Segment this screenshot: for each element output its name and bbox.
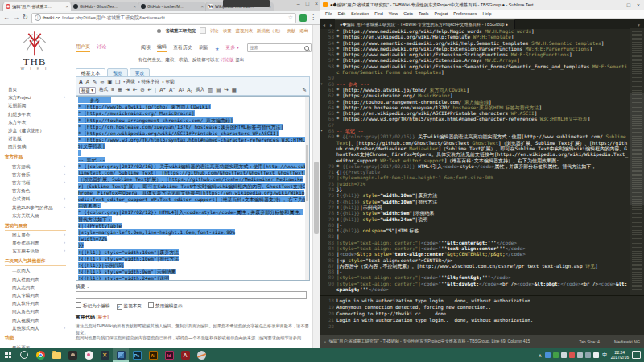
superscript-icon[interactable]: A¹ xyxy=(179,88,184,93)
scrollbar-thumb[interactable] xyxy=(314,162,319,234)
page-action-tab[interactable]: 刷新 xyxy=(199,44,208,52)
sidebar-item[interactable]: 其他ZUN参与的作品› xyxy=(0,204,69,212)
small-text-icon[interactable]: A⁻ xyxy=(169,88,175,93)
menu-item[interactable]: Goto xyxy=(403,11,413,16)
tray-icon[interactable] xyxy=(553,352,559,358)
embed-image-icon[interactable]: ▣ xyxy=(107,80,112,85)
special-chars-dropdown[interactable]: ▸ 特殊字符 xyxy=(138,79,159,85)
edit-pencil-icon[interactable]: ✎ xyxy=(303,88,307,93)
start-button[interactable] xyxy=(0,348,16,362)
bookmark-star-icon[interactable]: ☆ xyxy=(288,14,293,21)
reload-icon[interactable]: ↻ xyxy=(23,14,28,21)
menu-item[interactable]: Tools xyxy=(419,11,429,16)
sidebar-item[interactable]: 公式资料› xyxy=(0,195,69,204)
menu-item[interactable]: View xyxy=(389,11,398,16)
ime-indicator[interactable]: 中 xyxy=(602,352,608,359)
minimize-icon[interactable]: – xyxy=(297,1,300,6)
cortana-icon[interactable] xyxy=(16,348,32,362)
sidebar-item[interactable]: 官方角色 xyxy=(0,187,69,195)
tray-icon[interactable] xyxy=(561,352,567,358)
nowiki-icon[interactable]: ⊘ xyxy=(140,88,144,93)
picture-icon[interactable]: ▥ xyxy=(208,88,213,93)
outdent-icon[interactable]: ⇤ xyxy=(133,88,137,93)
photoshop-icon[interactable]: Ps xyxy=(129,348,145,362)
fold-arrow-icon[interactable]: ▾ xyxy=(320,81,323,87)
thbwiki-logo[interactable]: THB W I K I xyxy=(0,25,69,86)
close-icon[interactable]: × xyxy=(637,2,640,8)
newline-icon[interactable]: ↵ xyxy=(148,88,152,93)
menu-item[interactable]: File xyxy=(325,11,332,16)
sidebar-item[interactable]: 首页 xyxy=(0,86,69,94)
menu-item[interactable]: Edit xyxy=(338,11,345,16)
tray-icon[interactable] xyxy=(569,352,575,358)
tab-close-icon[interactable]: × xyxy=(133,4,136,9)
sidebar-item[interactable]: 东方Project› xyxy=(0,94,69,102)
address-bar[interactable]: i thwiki.cc /index.php?title=用户:省城重工研究院&… xyxy=(31,13,296,23)
edit-tab[interactable]: 预览 xyxy=(107,68,128,76)
edit-option-checkbox[interactable]: ✓监视本页 xyxy=(117,303,142,310)
page-tab[interactable]: 用户页 xyxy=(76,43,90,52)
media-icon[interactable]: ▤ xyxy=(216,88,221,93)
close-icon[interactable]: × xyxy=(315,1,318,6)
search-icon[interactable] xyxy=(304,46,309,51)
illustrator-icon[interactable]: Ai xyxy=(145,348,161,362)
sidebar-item[interactable]: 图片投稿 xyxy=(0,143,69,151)
bullet-list-icon[interactable]: ≡ xyxy=(111,88,114,93)
edit-option-checkbox[interactable]: 标记为小编辑 xyxy=(76,302,110,310)
subscript-icon[interactable]: A₁ xyxy=(187,88,192,93)
extension-icon[interactable] xyxy=(299,14,307,22)
textarea-scrollbar[interactable] xyxy=(305,97,309,280)
sidebar-item[interactable]: 同人展会› xyxy=(0,232,69,240)
page-tab[interactable]: 讨论 xyxy=(97,43,106,52)
x-app-icon[interactable]: ✕ xyxy=(97,348,113,362)
action-center-icon[interactable] xyxy=(632,351,641,359)
sidebar-item[interactable]: 同人软件列表 xyxy=(0,300,69,308)
menu-item[interactable]: Help xyxy=(482,11,491,16)
sidebar-item[interactable]: 同人社团列表 xyxy=(0,276,69,284)
wikitext-textarea[interactable]: --- 参考 ---* [http://www16.atwiki.jp/toho… xyxy=(76,96,310,281)
back-icon[interactable]: ← xyxy=(3,14,10,21)
sidebar-item[interactable]: 近期新闻 xyxy=(0,102,69,110)
summary-input[interactable] xyxy=(76,291,307,299)
page-action-tab[interactable]: 阅读 xyxy=(141,44,151,52)
tab-close-icon[interactable]: × xyxy=(65,4,68,9)
sidebar-item[interactable]: 东方相关活动› xyxy=(0,248,69,256)
sidebar-item[interactable]: 官方游戏› xyxy=(0,163,69,171)
tray-icon[interactable] xyxy=(545,352,551,358)
menu-item[interactable]: Find xyxy=(374,11,383,16)
chrome-tab[interactable]: 编辑“用户:省城重工…× xyxy=(2,2,71,11)
sidebar-item[interactable]: 东方年表 xyxy=(0,119,69,127)
sublime-editor[interactable]: 52* [https://www.mediawiki.org/wiki/Help… xyxy=(320,28,644,295)
status-syntax[interactable]: Mediawiki NG xyxy=(614,339,640,344)
maximize-icon[interactable]: □ xyxy=(627,2,630,8)
page-action-tab[interactable]: 更多 ▾ xyxy=(225,44,239,52)
edit-tab[interactable]: 更改 xyxy=(130,68,151,76)
maximize-icon[interactable]: □ xyxy=(306,1,309,6)
planet-app-icon[interactable] xyxy=(193,348,209,362)
tray-icon[interactable] xyxy=(577,352,583,358)
status-icon[interactable]: ▫ xyxy=(324,339,326,344)
checkbox-icon[interactable] xyxy=(76,302,81,308)
acrobat-icon[interactable]: A xyxy=(177,348,193,362)
italic-icon[interactable]: A xyxy=(86,80,89,85)
forward-icon[interactable]: → xyxy=(13,14,19,21)
reference-icon[interactable]: ❒ xyxy=(115,80,120,85)
advanced-dropdown[interactable]: ▾ 高级 xyxy=(123,79,135,85)
menu-item[interactable]: Selection xyxy=(351,11,369,16)
sidebar-item[interactable]: 东方关联人物 xyxy=(0,212,69,220)
bold-icon[interactable]: A xyxy=(79,80,83,85)
page-action-tab[interactable]: ★ xyxy=(215,46,219,52)
status-tab-size[interactable]: Tab Size: 4 xyxy=(579,339,600,344)
fold-arrow-icon[interactable]: ▾ xyxy=(320,128,323,134)
browser-menu-icon[interactable]: ⋮ xyxy=(310,14,316,21)
sidebar-item[interactable]: 二次同人 xyxy=(0,267,69,275)
sidebar-item[interactable]: 讨论版 xyxy=(0,135,69,143)
tray-icon[interactable] xyxy=(593,352,599,358)
indesign-icon[interactable]: Id xyxy=(161,348,177,362)
help-dropdown[interactable]: ▸ 帮助 xyxy=(163,79,175,85)
media-app-icon[interactable] xyxy=(80,348,97,362)
checkbox-icon[interactable]: ✓ xyxy=(117,304,122,310)
expand-link[interactable]: [展开] xyxy=(97,315,109,319)
taskbar-clock[interactable]: 22:24 2017/2/16 xyxy=(611,350,629,360)
page-info-icon[interactable]: i xyxy=(35,14,41,21)
